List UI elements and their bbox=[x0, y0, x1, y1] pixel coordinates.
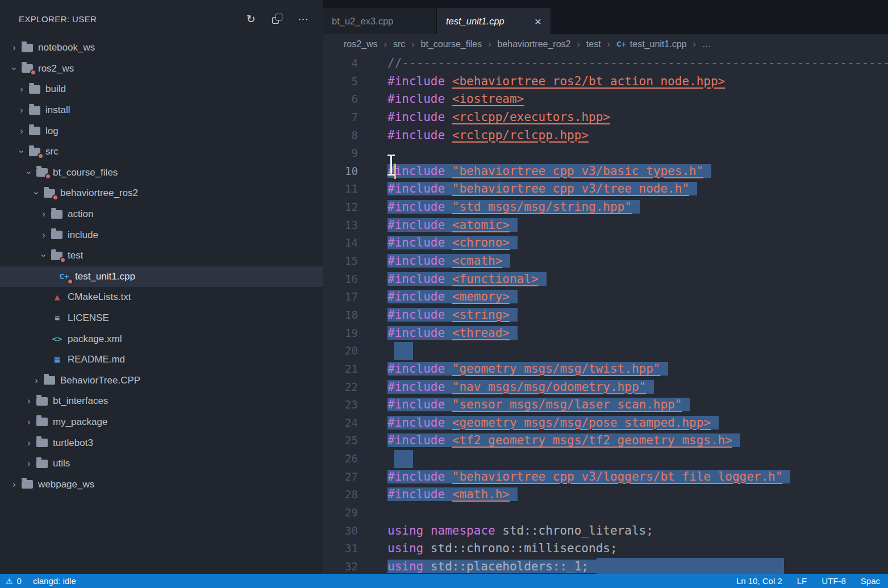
problems-indicator[interactable]: ⚠ 0 bbox=[6, 576, 22, 586]
line-content[interactable] bbox=[373, 144, 888, 162]
indentation-indicator[interactable]: Spac bbox=[861, 576, 880, 586]
line-content[interactable]: #include "nav_msgs/msg/odometry.hpp" bbox=[373, 378, 888, 397]
tree-item-utils[interactable]: ›utils bbox=[0, 453, 323, 474]
line-content[interactable]: #include <rclcpp/executors.hpp> bbox=[373, 109, 888, 127]
file-tree[interactable]: ›notebook_ws›ros2_ws›build›install›log›s… bbox=[0, 37, 323, 574]
code-line-17: 17#include <memory> bbox=[323, 288, 888, 306]
tree-item-install[interactable]: ›install bbox=[0, 100, 323, 121]
line-content[interactable]: #include "behaviortree_cpp_v3/basic_type… bbox=[373, 162, 888, 181]
tab-bt-u2-ex3-cpp[interactable]: bt_u2_ex3.cpp bbox=[323, 8, 437, 34]
status-bar-right: Ln 10, Col 2 LF UTF-8 Spac bbox=[736, 576, 880, 586]
line-content[interactable]: #include <rclcpp/rclcpp.hpp> bbox=[373, 127, 888, 145]
tab-label: test_unit1.cpp bbox=[446, 16, 529, 27]
code-editor[interactable]: 4//-------------------------------------… bbox=[323, 55, 888, 574]
breadcrumb-item-behaviortree-ros2[interactable]: behaviortree_ros2 bbox=[498, 39, 571, 49]
cursor-position[interactable]: Ln 10, Col 2 bbox=[736, 576, 782, 586]
folder-icon bbox=[44, 376, 55, 385]
line-content[interactable]: #include <atomic> bbox=[373, 216, 888, 235]
code-token bbox=[445, 110, 452, 124]
breadcrumb-item-bt-course-files[interactable]: bt_course_files bbox=[421, 39, 482, 49]
code-token bbox=[445, 416, 452, 429]
tree-item-src[interactable]: ›src bbox=[0, 141, 323, 162]
line-content[interactable]: #include <string> bbox=[373, 306, 888, 324]
code-token: <functional> bbox=[452, 272, 539, 286]
line-content[interactable]: #include <thread> bbox=[373, 324, 888, 343]
tree-item-cmakelists-txt[interactable]: ▲CMakeLists.txt bbox=[0, 287, 323, 308]
tree-item-log[interactable]: ›log bbox=[0, 120, 323, 141]
line-content[interactable]: //--------------------------------------… bbox=[373, 55, 888, 73]
breadcrumb-label: bt_course_files bbox=[421, 39, 482, 49]
line-content[interactable]: using namespace std::chrono_literals; bbox=[373, 522, 888, 540]
line-content[interactable]: using std::placeholders::_1; bbox=[373, 558, 888, 574]
git-modified-dot bbox=[60, 257, 66, 263]
tree-item-behaviortree-ros2[interactable]: ›behaviortree_ros2 bbox=[0, 183, 323, 204]
code-token: <rclcpp/executors.hpp> bbox=[452, 110, 610, 124]
tree-item-turtlebot3[interactable]: ›turtlebot3 bbox=[0, 432, 323, 453]
line-content[interactable] bbox=[373, 342, 888, 360]
tree-item-notebook-ws[interactable]: ›notebook_ws bbox=[0, 37, 323, 59]
encoding-indicator[interactable]: UTF-8 bbox=[822, 576, 846, 586]
tree-item-bt-course-files[interactable]: ›bt_course_files bbox=[0, 162, 323, 184]
tree-item-label: README.md bbox=[68, 354, 125, 365]
more-actions-icon[interactable]: ⋯ bbox=[298, 13, 309, 24]
tree-item-build[interactable]: ›build bbox=[0, 79, 323, 100]
close-icon[interactable]: × bbox=[535, 15, 541, 27]
chevron-down-icon: › bbox=[32, 186, 41, 201]
code-line-4: 4//-------------------------------------… bbox=[323, 55, 888, 73]
line-content[interactable]: #include "sensor_msgs/msg/laser_scan.hpp… bbox=[373, 396, 888, 414]
line-content[interactable]: #include <tf2_geometry_msgs/tf2_geometry… bbox=[373, 432, 888, 450]
breadcrumb-item-test[interactable]: test bbox=[586, 39, 601, 49]
tree-item-label: utils bbox=[53, 458, 70, 469]
line-content[interactable]: using std::chrono::milliseconds; bbox=[373, 540, 888, 558]
code-token: std::placeholders::_1; bbox=[423, 560, 589, 573]
breadcrumb-item-src[interactable]: src bbox=[393, 39, 405, 49]
tree-item-my-package[interactable]: ›my_package bbox=[0, 412, 323, 433]
vscode-window: EXPLORER: USER ↻⋯ ›notebook_ws›ros2_ws›b… bbox=[0, 0, 888, 588]
folder-icon bbox=[22, 64, 33, 73]
line-content[interactable] bbox=[373, 450, 888, 468]
tree-item-ros2-ws[interactable]: ›ros2_ws bbox=[0, 59, 323, 80]
license-file-icon: ≡ bbox=[51, 313, 62, 323]
tree-item-webpage-ws[interactable]: ›webpage_ws bbox=[0, 474, 323, 495]
tree-item-behaviortree-cpp[interactable]: ›BehaviorTree.CPP bbox=[0, 370, 323, 391]
line-content[interactable]: #include <cmath> bbox=[373, 252, 888, 270]
line-content[interactable]: #include "std_msgs/msg/string.hpp" bbox=[373, 198, 888, 216]
collapse-folders-icon[interactable] bbox=[272, 13, 283, 24]
tree-item-test-unit1-cpp[interactable]: C+test_unit1.cpp bbox=[0, 266, 323, 287]
breadcrumb-item-test-unit1-cpp[interactable]: C+test_unit1.cpp bbox=[616, 39, 687, 49]
tab-test-unit1-cpp[interactable]: test_unit1.cpp× bbox=[437, 8, 551, 34]
line-content[interactable]: #include <chrono> bbox=[373, 234, 888, 252]
eol-indicator[interactable]: LF bbox=[797, 576, 807, 586]
line-content[interactable] bbox=[373, 504, 888, 522]
tree-item-label: my_package bbox=[53, 416, 107, 428]
line-content[interactable]: #include "geometry_msgs/msg/twist.hpp" bbox=[373, 360, 888, 378]
line-content[interactable]: #include "behaviortree_cpp_v3/loggers/bt… bbox=[373, 468, 888, 486]
line-content[interactable]: #include <iostream> bbox=[373, 90, 888, 109]
breadcrumb-item-more[interactable]: … bbox=[702, 39, 711, 49]
code-token: #include bbox=[387, 326, 445, 340]
line-content[interactable]: #include <math.h> bbox=[373, 486, 888, 504]
tree-item-license[interactable]: ≡LICENSE bbox=[0, 308, 323, 329]
line-number: 31 bbox=[323, 540, 373, 558]
line-content[interactable]: #include "behaviortree_cpp_v3/tree_node.… bbox=[373, 180, 888, 198]
tree-item-bt-interfaces[interactable]: ›bt_interfaces bbox=[0, 391, 323, 412]
line-content[interactable]: #include <functional> bbox=[373, 270, 888, 289]
refresh-icon[interactable]: ↻ bbox=[245, 13, 257, 24]
selection-highlight: #include "nav_msgs/msg/odometry.hpp" bbox=[387, 380, 654, 394]
code-token: //--------------------------------------… bbox=[387, 56, 888, 70]
code-line-30: 30using namespace std::chrono_literals; bbox=[323, 522, 888, 540]
breadcrumb-item-ros2-ws[interactable]: ros2_ws bbox=[344, 39, 378, 49]
chevron-down-icon: › bbox=[10, 61, 19, 76]
tree-item-package-xml[interactable]: <>package.xml bbox=[0, 328, 323, 349]
tree-item-test[interactable]: ›test bbox=[0, 245, 323, 266]
line-content[interactable]: #include <geometry_msgs/msg/pose_stamped… bbox=[373, 414, 888, 432]
tree-item-readme-md[interactable]: ▦README.md bbox=[0, 349, 323, 370]
clangd-status[interactable]: clangd: idle bbox=[33, 576, 76, 586]
line-number: 30 bbox=[323, 522, 373, 540]
tree-item-include[interactable]: ›include bbox=[0, 224, 323, 245]
line-number: 6 bbox=[323, 90, 373, 109]
line-content[interactable]: #include <memory> bbox=[373, 288, 888, 306]
chevron-right-icon: › bbox=[36, 231, 51, 240]
line-content[interactable]: #include <behaviortree_ros2/bt_action_no… bbox=[373, 73, 888, 91]
tree-item-action[interactable]: ›action bbox=[0, 204, 323, 225]
